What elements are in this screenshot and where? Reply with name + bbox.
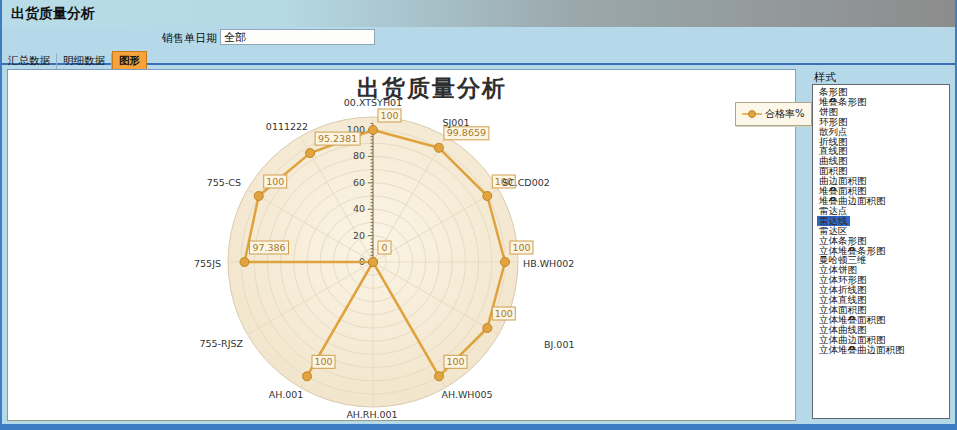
style-listbox[interactable]: 条形图堆叠条形图饼图环形图散列点折线图直线图曲线图面积图曲边面积图堆叠面积图堆叠… — [812, 84, 950, 419]
svg-text:AH.RH.001: AH.RH.001 — [346, 409, 397, 420]
sales-date-input[interactable] — [220, 29, 375, 45]
chart-panel: 02040608010010099.8659100100100100010097… — [7, 69, 796, 421]
svg-text:100: 100 — [266, 176, 284, 187]
svg-text:97.386: 97.386 — [252, 242, 285, 253]
svg-text:AH.001: AH.001 — [269, 389, 304, 400]
svg-text:100: 100 — [314, 356, 332, 367]
filter-toolbar: 销售单日期 — [2, 27, 955, 49]
svg-text:95.2381: 95.2381 — [318, 133, 357, 144]
chart-title: 出货质量分析 — [342, 73, 522, 104]
style-option[interactable]: 立体堆叠曲边面积图 — [817, 345, 907, 355]
svg-text:0111222: 0111222 — [266, 121, 308, 132]
svg-text:100: 100 — [495, 308, 513, 319]
legend-marker-icon — [742, 109, 762, 119]
svg-text:755-RJSZ: 755-RJSZ — [199, 338, 243, 349]
style-panel-title: 样式 — [814, 70, 836, 85]
tab-detail-data[interactable]: 明细数据 — [57, 53, 112, 69]
svg-text:100: 100 — [380, 110, 398, 121]
radar-chart: 02040608010010099.8659100100100100010097… — [8, 70, 795, 420]
tab-summary-data[interactable]: 汇总数据 — [2, 53, 57, 69]
svg-text:AH.WH005: AH.WH005 — [441, 389, 492, 400]
svg-text:0: 0 — [381, 242, 387, 253]
legend-label: 合格率% — [765, 107, 805, 121]
sales-date-label: 销售单日期 — [162, 31, 217, 46]
svg-text:HB.WH002: HB.WH002 — [523, 258, 574, 269]
svg-text:99.8659: 99.8659 — [447, 127, 486, 138]
window-title: 出货质量分析 — [11, 5, 95, 23]
svg-text:BJ.001: BJ.001 — [544, 339, 574, 350]
title-bar: 出货质量分析 — [2, 0, 955, 27]
app-window: 出货质量分析 销售单日期 汇总数据明细数据图形 0204060801001009… — [0, 0, 957, 430]
svg-text:SC.CD002: SC.CD002 — [502, 177, 550, 188]
svg-text:100: 100 — [512, 242, 530, 253]
style-option[interactable]: 立体条形图 — [817, 236, 869, 246]
svg-text:SJ001: SJ001 — [443, 117, 470, 128]
svg-text:100: 100 — [446, 356, 464, 367]
svg-text:755-CS: 755-CS — [207, 177, 241, 188]
svg-text:20: 20 — [353, 230, 365, 241]
svg-text:60: 60 — [353, 177, 365, 188]
svg-text:755JS: 755JS — [194, 258, 221, 269]
chart-legend: 合格率% — [735, 102, 812, 126]
svg-text:80: 80 — [353, 150, 365, 161]
svg-text:40: 40 — [353, 203, 365, 214]
tab-graph[interactable]: 图形 — [112, 51, 147, 69]
tab-bar: 汇总数据明细数据图形 — [2, 49, 955, 65]
